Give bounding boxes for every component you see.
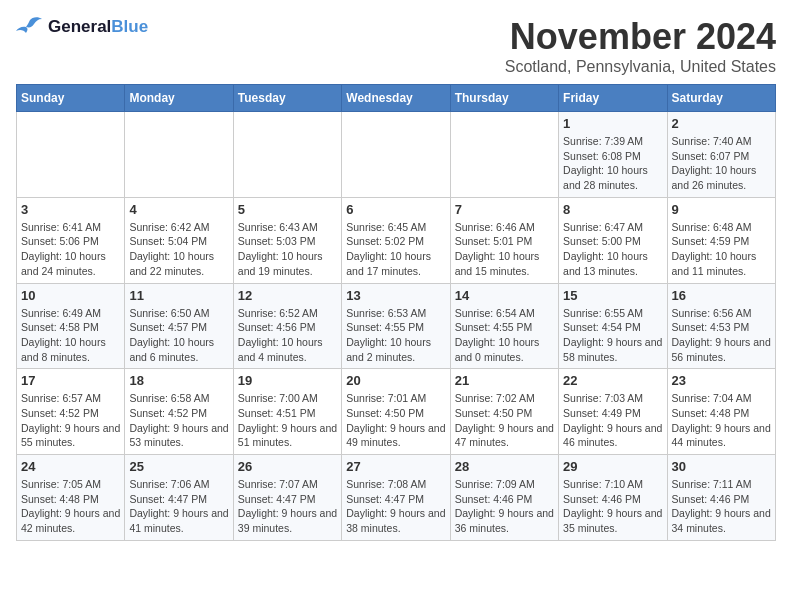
day-number: 27 xyxy=(346,459,445,474)
day-number: 1 xyxy=(563,116,662,131)
day-number: 5 xyxy=(238,202,337,217)
day-number: 3 xyxy=(21,202,120,217)
day-info: Sunrise: 7:39 AM Sunset: 6:08 PM Dayligh… xyxy=(563,134,662,193)
calendar-cell: 19Sunrise: 7:00 AM Sunset: 4:51 PM Dayli… xyxy=(233,369,341,455)
day-info: Sunrise: 7:00 AM Sunset: 4:51 PM Dayligh… xyxy=(238,391,337,450)
day-info: Sunrise: 6:50 AM Sunset: 4:57 PM Dayligh… xyxy=(129,306,228,365)
calendar-cell: 2Sunrise: 7:40 AM Sunset: 6:07 PM Daylig… xyxy=(667,112,775,198)
day-number: 15 xyxy=(563,288,662,303)
calendar-cell: 11Sunrise: 6:50 AM Sunset: 4:57 PM Dayli… xyxy=(125,283,233,369)
day-info: Sunrise: 6:57 AM Sunset: 4:52 PM Dayligh… xyxy=(21,391,120,450)
day-number: 29 xyxy=(563,459,662,474)
calendar-cell: 15Sunrise: 6:55 AM Sunset: 4:54 PM Dayli… xyxy=(559,283,667,369)
header-thursday: Thursday xyxy=(450,85,558,112)
calendar-cell: 13Sunrise: 6:53 AM Sunset: 4:55 PM Dayli… xyxy=(342,283,450,369)
calendar-row-3: 17Sunrise: 6:57 AM Sunset: 4:52 PM Dayli… xyxy=(17,369,776,455)
header-monday: Monday xyxy=(125,85,233,112)
calendar-cell: 24Sunrise: 7:05 AM Sunset: 4:48 PM Dayli… xyxy=(17,455,125,541)
day-number: 24 xyxy=(21,459,120,474)
calendar-cell xyxy=(342,112,450,198)
day-number: 7 xyxy=(455,202,554,217)
calendar-cell: 22Sunrise: 7:03 AM Sunset: 4:49 PM Dayli… xyxy=(559,369,667,455)
calendar-body: 1Sunrise: 7:39 AM Sunset: 6:08 PM Daylig… xyxy=(17,112,776,541)
calendar-cell: 17Sunrise: 6:57 AM Sunset: 4:52 PM Dayli… xyxy=(17,369,125,455)
day-number: 30 xyxy=(672,459,771,474)
day-number: 14 xyxy=(455,288,554,303)
day-number: 2 xyxy=(672,116,771,131)
header-saturday: Saturday xyxy=(667,85,775,112)
day-number: 23 xyxy=(672,373,771,388)
day-info: Sunrise: 7:04 AM Sunset: 4:48 PM Dayligh… xyxy=(672,391,771,450)
day-number: 9 xyxy=(672,202,771,217)
header-wednesday: Wednesday xyxy=(342,85,450,112)
day-number: 13 xyxy=(346,288,445,303)
calendar-cell: 6Sunrise: 6:45 AM Sunset: 5:02 PM Daylig… xyxy=(342,197,450,283)
calendar-cell xyxy=(125,112,233,198)
calendar-cell: 16Sunrise: 6:56 AM Sunset: 4:53 PM Dayli… xyxy=(667,283,775,369)
calendar-cell: 3Sunrise: 6:41 AM Sunset: 5:06 PM Daylig… xyxy=(17,197,125,283)
logo: GeneralBlue xyxy=(16,16,148,38)
day-info: Sunrise: 6:52 AM Sunset: 4:56 PM Dayligh… xyxy=(238,306,337,365)
calendar-cell: 21Sunrise: 7:02 AM Sunset: 4:50 PM Dayli… xyxy=(450,369,558,455)
calendar-cell: 14Sunrise: 6:54 AM Sunset: 4:55 PM Dayli… xyxy=(450,283,558,369)
day-info: Sunrise: 6:48 AM Sunset: 4:59 PM Dayligh… xyxy=(672,220,771,279)
day-info: Sunrise: 6:47 AM Sunset: 5:00 PM Dayligh… xyxy=(563,220,662,279)
calendar-cell xyxy=(233,112,341,198)
header-friday: Friday xyxy=(559,85,667,112)
calendar-cell: 10Sunrise: 6:49 AM Sunset: 4:58 PM Dayli… xyxy=(17,283,125,369)
day-number: 10 xyxy=(21,288,120,303)
day-info: Sunrise: 6:41 AM Sunset: 5:06 PM Dayligh… xyxy=(21,220,120,279)
day-number: 26 xyxy=(238,459,337,474)
day-info: Sunrise: 6:56 AM Sunset: 4:53 PM Dayligh… xyxy=(672,306,771,365)
calendar-header: Sunday Monday Tuesday Wednesday Thursday… xyxy=(17,85,776,112)
day-number: 20 xyxy=(346,373,445,388)
day-number: 11 xyxy=(129,288,228,303)
day-number: 12 xyxy=(238,288,337,303)
day-info: Sunrise: 6:55 AM Sunset: 4:54 PM Dayligh… xyxy=(563,306,662,365)
day-number: 16 xyxy=(672,288,771,303)
logo-text: GeneralBlue xyxy=(48,17,148,37)
day-info: Sunrise: 7:11 AM Sunset: 4:46 PM Dayligh… xyxy=(672,477,771,536)
day-info: Sunrise: 7:01 AM Sunset: 4:50 PM Dayligh… xyxy=(346,391,445,450)
day-number: 21 xyxy=(455,373,554,388)
calendar-cell: 1Sunrise: 7:39 AM Sunset: 6:08 PM Daylig… xyxy=(559,112,667,198)
day-info: Sunrise: 6:42 AM Sunset: 5:04 PM Dayligh… xyxy=(129,220,228,279)
calendar-cell: 20Sunrise: 7:01 AM Sunset: 4:50 PM Dayli… xyxy=(342,369,450,455)
day-number: 4 xyxy=(129,202,228,217)
day-info: Sunrise: 7:02 AM Sunset: 4:50 PM Dayligh… xyxy=(455,391,554,450)
calendar-cell: 5Sunrise: 6:43 AM Sunset: 5:03 PM Daylig… xyxy=(233,197,341,283)
day-info: Sunrise: 7:09 AM Sunset: 4:46 PM Dayligh… xyxy=(455,477,554,536)
day-info: Sunrise: 6:54 AM Sunset: 4:55 PM Dayligh… xyxy=(455,306,554,365)
day-info: Sunrise: 7:10 AM Sunset: 4:46 PM Dayligh… xyxy=(563,477,662,536)
calendar-cell: 27Sunrise: 7:08 AM Sunset: 4:47 PM Dayli… xyxy=(342,455,450,541)
day-number: 22 xyxy=(563,373,662,388)
page-header: GeneralBlue November 2024 Scotland, Penn… xyxy=(16,16,776,76)
calendar-cell: 29Sunrise: 7:10 AM Sunset: 4:46 PM Dayli… xyxy=(559,455,667,541)
calendar-cell: 25Sunrise: 7:06 AM Sunset: 4:47 PM Dayli… xyxy=(125,455,233,541)
calendar-cell: 7Sunrise: 6:46 AM Sunset: 5:01 PM Daylig… xyxy=(450,197,558,283)
day-info: Sunrise: 7:40 AM Sunset: 6:07 PM Dayligh… xyxy=(672,134,771,193)
day-info: Sunrise: 6:49 AM Sunset: 4:58 PM Dayligh… xyxy=(21,306,120,365)
day-info: Sunrise: 7:03 AM Sunset: 4:49 PM Dayligh… xyxy=(563,391,662,450)
logo-bird-icon xyxy=(16,16,44,38)
day-info: Sunrise: 6:45 AM Sunset: 5:02 PM Dayligh… xyxy=(346,220,445,279)
weekday-header-row: Sunday Monday Tuesday Wednesday Thursday… xyxy=(17,85,776,112)
month-title: November 2024 xyxy=(505,16,776,58)
day-number: 28 xyxy=(455,459,554,474)
day-number: 25 xyxy=(129,459,228,474)
calendar-cell: 9Sunrise: 6:48 AM Sunset: 4:59 PM Daylig… xyxy=(667,197,775,283)
calendar-cell: 4Sunrise: 6:42 AM Sunset: 5:04 PM Daylig… xyxy=(125,197,233,283)
day-info: Sunrise: 6:58 AM Sunset: 4:52 PM Dayligh… xyxy=(129,391,228,450)
day-info: Sunrise: 7:08 AM Sunset: 4:47 PM Dayligh… xyxy=(346,477,445,536)
day-info: Sunrise: 6:53 AM Sunset: 4:55 PM Dayligh… xyxy=(346,306,445,365)
day-number: 17 xyxy=(21,373,120,388)
day-info: Sunrise: 6:46 AM Sunset: 5:01 PM Dayligh… xyxy=(455,220,554,279)
calendar-cell xyxy=(17,112,125,198)
calendar-row-4: 24Sunrise: 7:05 AM Sunset: 4:48 PM Dayli… xyxy=(17,455,776,541)
calendar-cell: 23Sunrise: 7:04 AM Sunset: 4:48 PM Dayli… xyxy=(667,369,775,455)
title-block: November 2024 Scotland, Pennsylvania, Un… xyxy=(505,16,776,76)
calendar-table: Sunday Monday Tuesday Wednesday Thursday… xyxy=(16,84,776,541)
calendar-cell: 18Sunrise: 6:58 AM Sunset: 4:52 PM Dayli… xyxy=(125,369,233,455)
day-info: Sunrise: 7:07 AM Sunset: 4:47 PM Dayligh… xyxy=(238,477,337,536)
header-sunday: Sunday xyxy=(17,85,125,112)
